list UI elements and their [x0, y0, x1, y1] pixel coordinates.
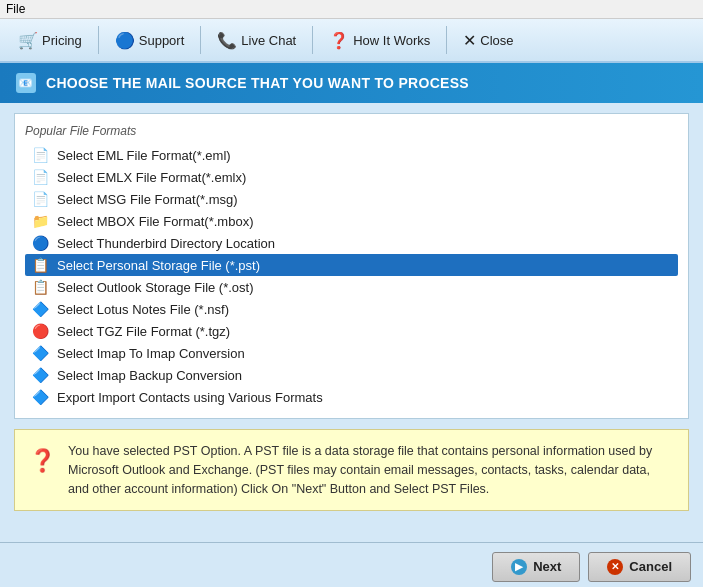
separator-3 [312, 26, 313, 54]
separator-1 [98, 26, 99, 54]
cancel-icon: ✕ [607, 559, 623, 575]
file-item-msg[interactable]: 📄 Select MSG File Format(*.msg) [25, 188, 678, 210]
file-item-thunderbird[interactable]: 🔵 Select Thunderbird Directory Location [25, 232, 678, 254]
file-item-backup[interactable]: 🔷 Select Imap Backup Conversion [25, 364, 678, 386]
file-item-icon-nsf: 🔷 [31, 301, 49, 317]
toolbar: 🛒 Pricing 🔵 Support 📞 Live Chat ❓ How It… [0, 19, 703, 63]
file-item-label-export: Export Import Contacts using Various For… [57, 390, 323, 405]
livechat-icon: 📞 [217, 31, 237, 50]
header-title: CHOOSE THE MAIL SOURCE THAT YOU WANT TO … [46, 75, 469, 91]
pricing-button[interactable]: 🛒 Pricing [8, 27, 92, 54]
file-item-ost[interactable]: 📋 Select Outlook Storage File (*.ost) [25, 276, 678, 298]
file-item-label-eml: Select EML File Format(*.eml) [57, 148, 231, 163]
file-menu[interactable]: File [6, 2, 25, 16]
cancel-button[interactable]: ✕ Cancel [588, 552, 691, 582]
file-item-export[interactable]: 🔷 Export Import Contacts using Various F… [25, 386, 678, 408]
file-item-imap[interactable]: 🔷 Select Imap To Imap Conversion [25, 342, 678, 364]
file-item-label-imap: Select Imap To Imap Conversion [57, 346, 245, 361]
file-item-label-mbox: Select MBOX File Format(*.mbox) [57, 214, 254, 229]
next-icon: ▶ [511, 559, 527, 575]
file-item-icon-export: 🔷 [31, 389, 49, 405]
file-item-label-tgz: Select TGZ File Format (*.tgz) [57, 324, 230, 339]
file-item-label-thunderbird: Select Thunderbird Directory Location [57, 236, 275, 251]
footer: ▶ Next ✕ Cancel [0, 542, 703, 587]
file-item-emlx[interactable]: 📄 Select EMLX File Format(*.emlx) [25, 166, 678, 188]
file-item-label-pst: Select Personal Storage File (*.pst) [57, 258, 260, 273]
file-item-label-ost: Select Outlook Storage File (*.ost) [57, 280, 254, 295]
close-button[interactable]: ✕ Close [453, 27, 523, 54]
file-item-label-nsf: Select Lotus Notes File (*.nsf) [57, 302, 229, 317]
info-text: You have selected PST Option. A PST file… [68, 442, 674, 498]
file-item-icon-tgz: 🔴 [31, 323, 49, 339]
separator-2 [200, 26, 201, 54]
file-item-pst[interactable]: 📋 Select Personal Storage File (*.pst) [25, 254, 678, 276]
file-list-panel: Popular File Formats 📄 Select EML File F… [14, 113, 689, 419]
file-item-icon-mbox: 📁 [31, 213, 49, 229]
info-icon: ❓ [29, 444, 56, 477]
file-item-tgz[interactable]: 🔴 Select TGZ File Format (*.tgz) [25, 320, 678, 342]
info-panel: ❓ You have selected PST Option. A PST fi… [14, 429, 689, 511]
file-item-icon-backup: 🔷 [31, 367, 49, 383]
close-icon: ✕ [463, 31, 476, 50]
file-item-mbox[interactable]: 📁 Select MBOX File Format(*.mbox) [25, 210, 678, 232]
file-item-icon-ost: 📋 [31, 279, 49, 295]
section-label: Popular File Formats [25, 124, 678, 138]
file-item-nsf[interactable]: 🔷 Select Lotus Notes File (*.nsf) [25, 298, 678, 320]
file-item-eml[interactable]: 📄 Select EML File Format(*.eml) [25, 144, 678, 166]
pricing-icon: 🛒 [18, 31, 38, 50]
support-icon: 🔵 [115, 31, 135, 50]
howitworks-icon: ❓ [329, 31, 349, 50]
header-band: 📧 CHOOSE THE MAIL SOURCE THAT YOU WANT T… [0, 63, 703, 103]
file-item-icon-imap: 🔷 [31, 345, 49, 361]
main-content: Popular File Formats 📄 Select EML File F… [0, 103, 703, 542]
file-item-label-backup: Select Imap Backup Conversion [57, 368, 242, 383]
menu-bar: File [0, 0, 703, 19]
file-item-icon-eml: 📄 [31, 147, 49, 163]
file-items-container: 📄 Select EML File Format(*.eml) 📄 Select… [25, 144, 678, 408]
next-button[interactable]: ▶ Next [492, 552, 580, 582]
file-item-label-msg: Select MSG File Format(*.msg) [57, 192, 238, 207]
support-button[interactable]: 🔵 Support [105, 27, 195, 54]
header-icon: 📧 [16, 73, 36, 93]
file-item-icon-pst: 📋 [31, 257, 49, 273]
file-item-label-emlx: Select EMLX File Format(*.emlx) [57, 170, 246, 185]
file-item-icon-emlx: 📄 [31, 169, 49, 185]
file-item-icon-msg: 📄 [31, 191, 49, 207]
howitworks-button[interactable]: ❓ How It Works [319, 27, 440, 54]
file-item-icon-thunderbird: 🔵 [31, 235, 49, 251]
separator-4 [446, 26, 447, 54]
livechat-button[interactable]: 📞 Live Chat [207, 27, 306, 54]
